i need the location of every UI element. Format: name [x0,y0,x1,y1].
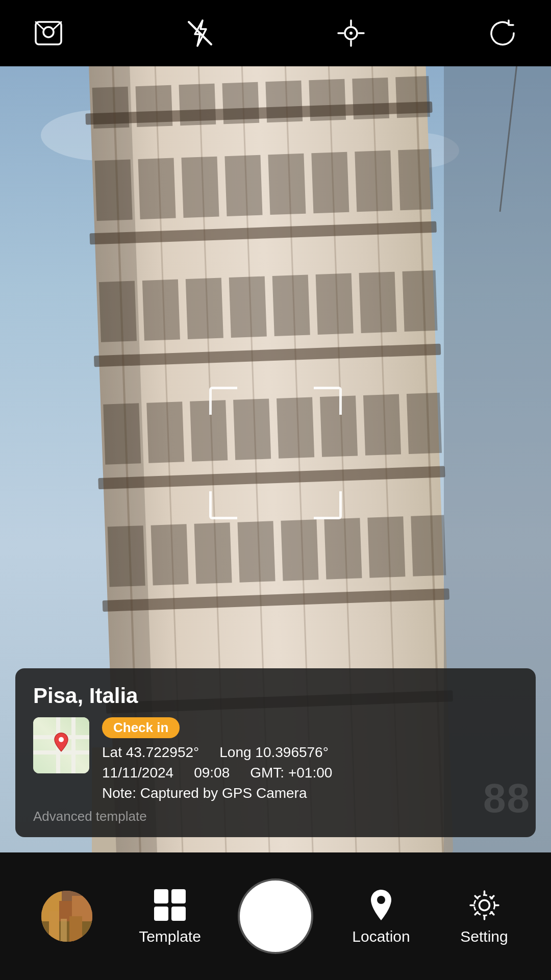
svg-rect-29 [309,79,346,121]
svg-rect-61 [324,518,362,579]
template-label: Template [139,928,201,945]
photo-map-icon [33,18,64,48]
map-thumbnail [33,717,89,773]
camera-viewfinder: Pisa, Italia Check in Lat 43.722952° [0,66,551,852]
svg-rect-33 [138,158,176,219]
bottom-bar: Template Location Setting [0,852,551,980]
template-square-2 [171,889,186,903]
info-details: Check in Lat 43.722952° Long 10.396576° … [102,717,518,801]
date-text: 11/11/2024 [102,765,173,781]
flash-off-button[interactable] [182,15,218,51]
setting-label: Setting [460,928,508,945]
location-name: Pisa, Italia [33,684,518,708]
photo-map-button[interactable] [31,15,66,51]
svg-rect-59 [237,521,275,582]
svg-rect-62 [367,516,405,577]
top-bar [0,0,551,66]
svg-point-10 [349,32,353,35]
refresh-icon [487,18,518,48]
svg-rect-28 [265,81,303,122]
template-square-1 [154,889,168,903]
svg-line-3 [54,22,61,29]
template-button[interactable]: Template [137,887,203,945]
longitude-text: Long 10.396576° [219,744,329,761]
svg-rect-81 [49,911,59,942]
location-button[interactable]: Location [348,887,414,945]
svg-point-75 [59,737,64,742]
viewfinder-brackets [209,387,342,519]
svg-rect-58 [194,522,232,584]
svg-rect-57 [151,524,189,585]
svg-rect-43 [229,277,267,338]
info-row: Check in Lat 43.722952° Long 10.396576° … [33,717,518,801]
svg-line-2 [36,22,43,29]
svg-rect-60 [281,519,318,581]
svg-rect-25 [136,85,173,127]
gps-target-button[interactable] [333,15,369,51]
svg-rect-35 [224,155,262,216]
svg-point-85 [479,900,489,910]
svg-rect-46 [359,272,397,333]
svg-rect-55 [407,393,442,454]
gallery-thumbnail-button[interactable] [34,891,100,942]
viewfinder-corner-br [314,491,342,519]
svg-rect-26 [179,84,216,125]
svg-point-84 [377,896,385,904]
map-pin [53,733,69,754]
datetime-row: 11/11/2024 09:08 GMT: +01:00 [102,765,518,781]
svg-rect-83 [61,919,67,942]
gmt-text: GMT: +01:00 [250,765,332,781]
svg-rect-41 [142,279,180,340]
latitude-text: Lat 43.722952° [102,744,199,761]
viewfinder-corner-bl [209,491,237,519]
note-text: Note: Captured by GPS Camera [102,785,518,801]
location-icon [366,887,396,923]
watermark-text: 88 [483,775,531,822]
svg-rect-30 [352,78,389,119]
flash-off-icon [185,18,215,48]
svg-rect-39 [398,149,433,210]
advanced-template-label: Advanced template [33,809,518,824]
time-text: 09:08 [194,765,230,781]
svg-point-1 [43,27,54,37]
location-icon-wrap [363,887,399,923]
viewfinder-corner-tl [209,387,237,415]
shutter-button[interactable] [240,881,311,952]
template-square-4 [171,907,186,921]
svg-rect-49 [146,401,184,463]
map-road-v2 [71,717,76,773]
svg-rect-82 [69,916,82,942]
svg-rect-47 [403,270,438,332]
gallery-image [41,891,92,942]
svg-rect-37 [311,152,349,213]
svg-rect-38 [355,150,392,212]
svg-rect-36 [268,154,306,215]
location-label: Location [352,928,410,945]
svg-rect-45 [316,273,354,335]
viewfinder-corner-tr [314,387,342,415]
svg-rect-31 [395,76,430,118]
svg-rect-54 [363,394,401,456]
svg-rect-27 [222,82,259,124]
gallery-thumbnail [41,891,92,942]
setting-icon-wrap [466,887,502,923]
svg-point-86 [474,895,494,915]
svg-rect-63 [411,515,446,576]
setting-button[interactable]: Setting [451,887,517,945]
gps-target-icon [336,18,366,48]
template-grid-icon [152,887,188,923]
checkin-badge: Check in [102,717,180,738]
refresh-button[interactable] [485,15,520,51]
info-overlay: Pisa, Italia Check in Lat 43.722952° [15,668,536,837]
coords-row: Lat 43.722952° Long 10.396576° [102,744,518,761]
template-square-3 [154,907,168,921]
svg-rect-44 [272,275,310,336]
svg-rect-42 [186,278,223,339]
svg-rect-34 [181,157,219,218]
setting-icon [468,889,501,922]
